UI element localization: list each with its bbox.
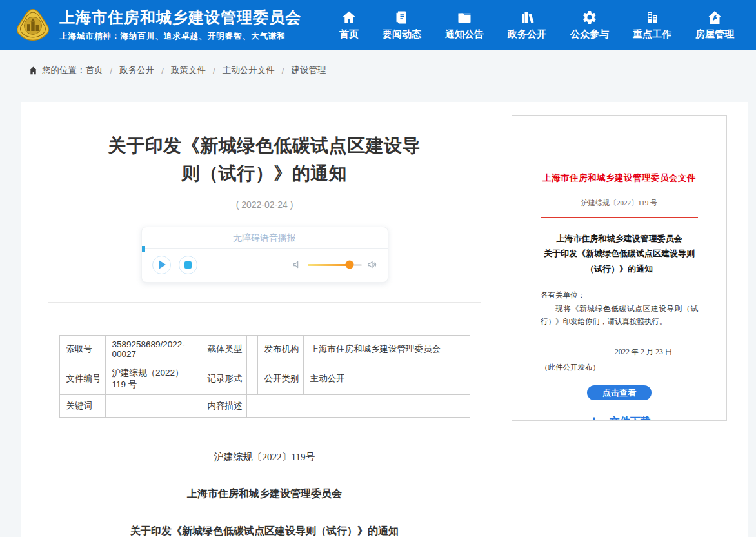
play-button[interactable] [152,256,171,274]
nav-item-news[interactable]: 要闻动态 [383,10,421,41]
preview-date: 2022 年 2 月 23 日 [512,347,672,357]
breadcrumb-item-open-files[interactable]: 主动公开文件 [223,65,275,76]
news-icon [394,10,410,25]
table-row: 文件编号 沪建综规（2022）119 号 记录形式 公开类别 主动公开 [59,363,470,394]
play-icon [159,260,166,269]
preview-red-divider [541,217,698,218]
nav-label: 房屋管理 [695,28,734,41]
nav-item-home[interactable]: 首页 [339,10,359,41]
meta-label: 文件编号 [59,363,105,394]
meta-value: 3589258689/2022-00027 [105,335,201,363]
page-title: 关于印发《新城绿色低碳试点区建设导则（试行）》的通知 [103,132,426,188]
preview-paragraph: 现将《新城绿色低碳试点区建设导则（试行）》印发给你们，请认真按照执行。 [541,302,698,328]
site-header: 上海市住房和城乡建设管理委员会 上海城市精神：海纳百川、追求卓越、开明睿智、大气… [0,0,756,50]
document-preview-card: 上海市住房和城乡建设管理委员会文件 沪建综规〔2022〕119 号 上海市住房和… [512,115,727,421]
nav-label: 重点工作 [633,28,671,41]
nav-item-notices[interactable]: 通知公告 [445,10,484,41]
view-document-button[interactable]: 点击查看 [587,385,652,400]
breadcrumb-home-icon [28,66,38,76]
meta-value [105,394,201,417]
meta-label: 内容描述 [201,394,246,417]
meta-value: 沪建综规（2022）119 号 [105,363,201,394]
audio-progress-handle[interactable] [142,246,145,252]
site-title-block: 上海市住房和城乡建设管理委员会 上海城市精神：海纳百川、追求卓越、开明睿智、大气… [59,8,301,42]
volume-knob[interactable] [346,261,354,269]
site-subtitle: 上海城市精神：海纳百川、追求卓越、开明睿智、大气谦和 [59,31,301,42]
preview-title-line: 关于印发《新城绿色低碳试点区建设导则 [512,246,726,261]
folder-icon [457,10,472,25]
article-column: 关于印发《新城绿色低碳试点区建设导则（试行）》的通知 ( 2022-02-24 … [48,102,481,537]
section-divider [48,302,481,303]
meta-value [246,335,257,363]
preview-red-header: 上海市住房和城乡建设管理委员会文件 [512,172,726,184]
breadcrumb-item-policy-files[interactable]: 政策文件 [171,65,206,76]
home-icon [341,10,357,25]
audio-progress-bar[interactable] [142,248,388,249]
audio-controls [142,249,388,282]
breadcrumb-item-gov-info[interactable]: 政务公开 [119,65,154,76]
audio-player: 无障碍语音播报 [141,227,388,283]
site-title: 上海市住房和城乡建设管理委员会 [59,8,301,27]
document-title: 关于印发《新城绿色低碳试点区建设导则（试行）》的通知 [48,525,481,537]
meta-label: 载体类型 [201,335,246,363]
nav-label: 通知公告 [445,28,484,41]
meta-label: 关键词 [59,394,105,417]
nav-item-housing[interactable]: 房屋管理 [695,10,734,41]
document-issuer: 上海市住房和城乡建设管理委员会 [48,487,481,501]
breadcrumb-item-construction-mgmt[interactable]: 建设管理 [292,65,326,76]
table-row: 关键词 内容描述 [59,394,470,417]
meta-value [246,363,257,394]
preview-salutation: 各有关单位： [541,290,698,300]
volume-control [292,259,377,270]
stop-icon [184,261,192,268]
site-logo-icon [15,8,50,43]
breadcrumb-separator: / [213,66,215,76]
breadcrumb-separator: / [161,66,164,76]
breadcrumb-separator: / [110,66,113,76]
volume-high-icon [367,259,377,270]
preview-title-line: （试行）》的通知 [512,261,726,276]
meta-value: 主动公开 [303,363,470,394]
nav-item-participation[interactable]: 公众参与 [570,10,609,41]
main-nav: 首页 要闻动态 通知公告 政务公开 公众参与 重点工作 房屋管理 [339,10,742,41]
nav-item-gov-info[interactable]: 政务公开 [508,10,546,41]
content-card: 关于印发《新城绿色低碳试点区建设导则（试行）》的通知 ( 2022-02-24 … [21,102,748,537]
file-download-link[interactable]: 文件下载 [512,415,726,421]
preview-title-line: 上海市住房和城乡建设管理委员会 [512,231,726,246]
gear-icon [582,10,597,25]
nav-label: 要闻动态 [383,28,421,41]
breadcrumb-separator: / [282,66,284,76]
document-body: 沪建综规〔2022〕119号 上海市住房和城乡建设管理委员会 关于印发《新城绿色… [48,451,481,537]
stop-button[interactable] [179,256,197,274]
site-brand[interactable]: 上海市住房和城乡建设管理委员会 上海城市精神：海纳百川、追求卓越、开明睿智、大气… [15,8,301,43]
building-icon [644,10,660,25]
preview-doc-number: 沪建综规〔2022〕119 号 [512,198,726,208]
table-row: 索取号 3589258689/2022-00027 载体类型 发布机构 上海市住… [59,335,470,363]
document-meta-table: 索取号 3589258689/2022-00027 载体类型 发布机构 上海市住… [59,335,470,418]
download-label: 文件下载 [610,415,651,421]
breadcrumb-item-home[interactable]: 首页 [86,65,103,76]
volume-fill [308,264,350,266]
volume-slider[interactable] [308,264,362,266]
meta-value [246,394,470,417]
breadcrumb-prefix: 您的位置： [42,65,86,76]
nav-label: 公众参与 [570,28,609,41]
meta-label: 公开类别 [257,363,303,394]
nav-item-key-work[interactable]: 重点工作 [633,10,671,41]
meta-value: 上海市住房和城乡建设管理委员会 [303,335,470,363]
preview-title: 上海市住房和城乡建设管理委员会 关于印发《新城绿色低碳试点区建设导则 （试行）》… [512,231,726,276]
preview-note: （此件公开发布） [541,363,698,372]
house-wrench-icon [707,10,722,25]
publish-date: ( 2022-02-24 ) [48,199,481,210]
volume-low-icon [292,259,303,270]
document-number: 沪建综规〔2022〕119号 [48,451,481,463]
meta-label: 记录形式 [201,363,246,394]
audio-player-title: 无障碍语音播报 [142,227,388,248]
document-preview-column: 上海市住房和城乡建设管理委员会文件 沪建综规〔2022〕119 号 上海市住房和… [512,115,727,537]
nav-label: 首页 [339,28,359,41]
meta-label: 索取号 [59,335,105,363]
meta-label: 发布机构 [257,335,303,363]
download-icon [588,416,601,421]
nav-label: 政务公开 [508,28,546,41]
books-icon [519,10,535,25]
